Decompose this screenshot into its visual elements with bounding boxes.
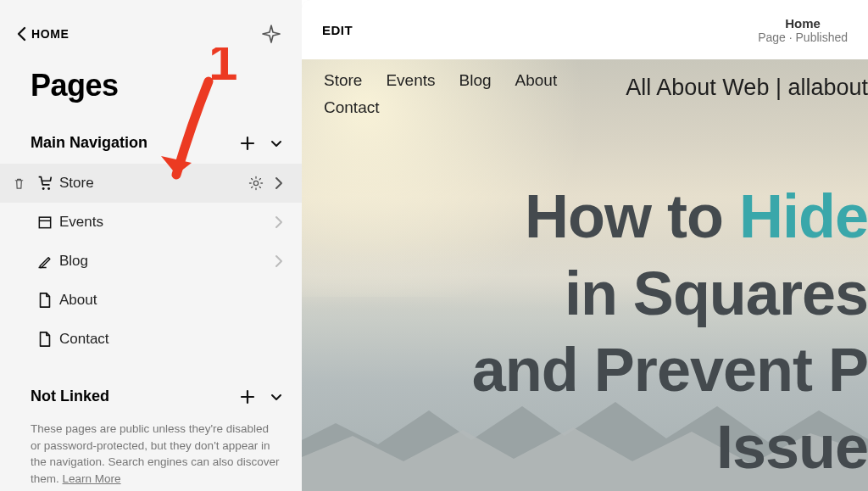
preview-page-name: Home	[758, 16, 848, 31]
site-nav-about[interactable]: About	[515, 71, 558, 90]
collapse-not-linked-button[interactable]	[270, 390, 283, 404]
svg-point-0	[42, 187, 45, 190]
chevron-right-icon	[275, 176, 283, 190]
learn-more-link[interactable]: Learn More	[63, 472, 121, 485]
back-label: HOME	[31, 27, 69, 41]
hero-heading: How to Hide in Squares and Prevent P Iss…	[472, 178, 868, 486]
preview-topbar: EDIT Home Page · Published	[302, 0, 868, 59]
page-settings-button[interactable]	[248, 175, 264, 192]
chevron-right-icon	[275, 254, 283, 268]
gear-icon	[248, 175, 264, 192]
not-linked-label: Not Linked	[31, 388, 109, 405]
chevron-left-icon	[17, 26, 26, 42]
main-navigation-label: Main Navigation	[31, 134, 147, 152]
page-icon	[37, 292, 53, 309]
sidebar-item-label: Events	[59, 214, 103, 231]
site-nav-contact[interactable]: Contact	[324, 98, 379, 117]
chevron-down-icon	[270, 390, 283, 404]
page-preview: EDIT Home Page · Published Store Events …	[302, 0, 868, 491]
sparkle-icon	[261, 24, 281, 44]
trash-icon[interactable]	[13, 177, 25, 190]
site-title: All About Web | allabout	[626, 75, 868, 101]
main-navigation-list: Store Events	[0, 159, 302, 359]
sidebar-item-label: Store	[59, 175, 94, 192]
svg-point-1	[47, 187, 50, 190]
svg-rect-3	[39, 217, 50, 228]
pages-sidebar: HOME Pages Main Navigation	[0, 0, 302, 491]
add-not-linked-page-button[interactable]	[239, 388, 256, 405]
site-nav-blog[interactable]: Blog	[459, 71, 492, 90]
page-meta: Home Page · Published	[758, 16, 848, 44]
sidebar-item-label: Blog	[59, 253, 88, 270]
calendar-icon	[36, 214, 53, 231]
pencil-icon	[36, 253, 53, 270]
site-nav-store[interactable]: Store	[324, 71, 362, 90]
sidebar-item-events[interactable]: Events	[0, 203, 302, 242]
chevron-down-icon	[270, 137, 283, 150]
sidebar-item-label: Contact	[59, 331, 109, 348]
sidebar-item-about[interactable]: About	[0, 281, 302, 320]
add-page-button[interactable]	[239, 135, 256, 152]
main-navigation-header: Main Navigation	[0, 127, 302, 159]
plus-icon	[239, 388, 256, 405]
edit-button[interactable]: EDIT	[322, 23, 353, 37]
site-nav-events[interactable]: Events	[386, 71, 435, 90]
collapse-main-nav-button[interactable]	[270, 137, 283, 150]
page-icon	[37, 331, 53, 348]
sidebar-item-contact[interactable]: Contact	[0, 320, 302, 359]
cart-icon	[36, 174, 54, 192]
chevron-right-icon	[275, 215, 283, 229]
plus-icon	[239, 135, 256, 152]
sidebar-item-store[interactable]: Store	[0, 164, 302, 203]
site-preview-canvas[interactable]: Store Events Blog About Contact All Abou…	[302, 59, 868, 491]
pages-title: Pages	[0, 53, 302, 127]
sidebar-item-blog[interactable]: Blog	[0, 242, 302, 281]
sidebar-item-label: About	[59, 292, 97, 309]
not-linked-description: These pages are public unless they're di…	[0, 412, 302, 487]
preview-page-status: Page · Published	[758, 31, 848, 44]
ai-sparkle-button[interactable]	[261, 24, 281, 44]
back-home-button[interactable]: HOME	[17, 26, 69, 42]
svg-point-2	[253, 181, 258, 185]
not-linked-header: Not Linked	[0, 381, 302, 412]
site-nav: Store Events Blog About Contact	[324, 71, 604, 117]
